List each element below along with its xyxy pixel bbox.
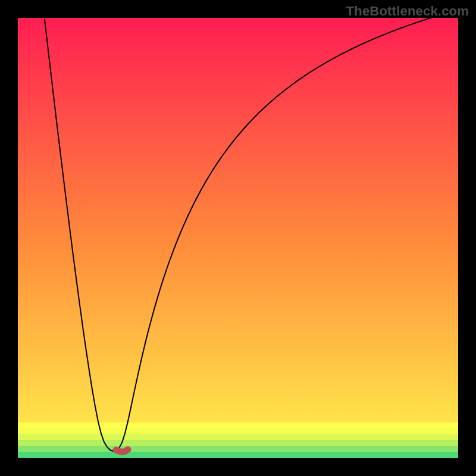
bg-band [18, 452, 458, 458]
series-highlight [116, 450, 128, 452]
bg-band [18, 428, 458, 434]
bottleneck-chart [18, 18, 458, 458]
bg-band [18, 446, 458, 452]
bg-band [18, 434, 458, 440]
bg-band [18, 422, 458, 428]
bg-band [18, 440, 458, 446]
bg-band [18, 18, 458, 422]
chart-frame: TheBottleneck.com [0, 0, 476, 476]
watermark-text: TheBottleneck.com [346, 4, 469, 19]
